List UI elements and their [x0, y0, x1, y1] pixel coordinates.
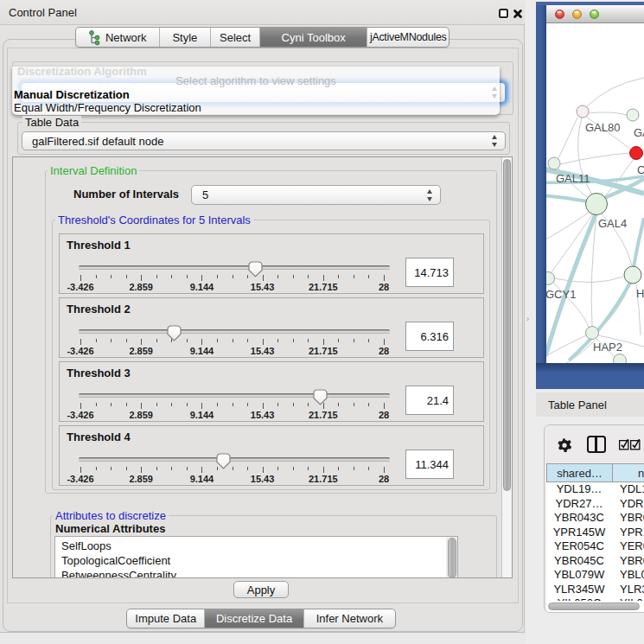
svg-text:GAL80: GAL80 [585, 121, 620, 134]
svg-text:HAP2: HAP2 [593, 341, 622, 354]
svg-text:H: H [636, 287, 644, 300]
svg-text:GAL11: GAL11 [556, 172, 590, 185]
svg-text:GA: GA [634, 126, 644, 139]
svg-text:C: C [637, 163, 644, 176]
svg-text:GAL4: GAL4 [598, 217, 627, 230]
svg-text:GCY1: GCY1 [546, 288, 576, 301]
